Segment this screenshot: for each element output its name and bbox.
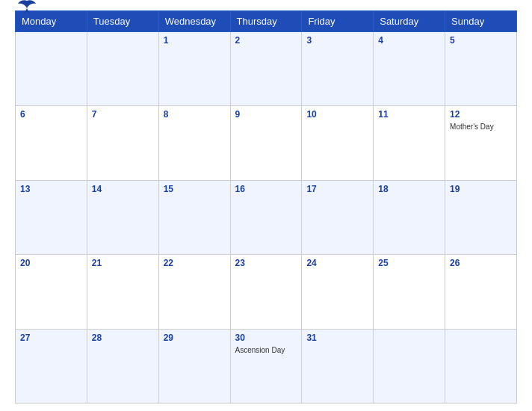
calendar-table: MondayTuesdayWednesdayThursdayFridaySatu… <box>15 10 517 404</box>
day-number: 13 <box>20 184 82 194</box>
day-number: 15 <box>164 184 226 194</box>
calendar-day <box>16 32 87 106</box>
calendar-day: 26 <box>445 255 517 329</box>
calendar-day: 27 <box>16 329 87 403</box>
week-row: 20212223242526 <box>16 255 517 329</box>
logo <box>15 0 37 16</box>
day-number: 7 <box>92 109 154 120</box>
day-number: 25 <box>378 258 440 268</box>
calendar-day: 9 <box>230 106 302 180</box>
day-number: 21 <box>92 258 154 268</box>
calendar-day: 21 <box>87 255 158 329</box>
day-event: Mother's Day <box>450 123 494 131</box>
day-number: 23 <box>235 258 297 268</box>
day-number: 18 <box>378 184 440 194</box>
weekday-header-sunday: Sunday <box>445 11 517 32</box>
day-number: 5 <box>450 35 512 46</box>
calendar-day: 15 <box>158 180 230 254</box>
day-number: 24 <box>306 258 368 268</box>
day-number: 6 <box>20 109 82 120</box>
calendar-day: 4 <box>374 32 445 106</box>
weekday-header-row: MondayTuesdayWednesdayThursdayFridaySatu… <box>16 11 517 32</box>
calendar-day: 22 <box>158 255 230 329</box>
calendar-day: 28 <box>87 329 158 403</box>
calendar-day: 3 <box>302 32 374 106</box>
calendar-day <box>374 329 445 403</box>
day-number: 12 <box>450 109 512 120</box>
day-number: 8 <box>164 109 226 120</box>
day-number: 22 <box>164 258 226 268</box>
week-row: 13141516171819 <box>16 180 517 254</box>
weekday-header-thursday: Thursday <box>230 11 302 32</box>
calendar-day: 11 <box>374 106 445 180</box>
calendar-day: 14 <box>87 180 158 254</box>
day-number: 2 <box>235 35 297 46</box>
day-event: Ascension Day <box>235 346 285 354</box>
calendar-day <box>445 329 517 403</box>
calendar-day: 7 <box>87 106 158 180</box>
calendar-day: 24 <box>302 255 374 329</box>
calendar-day: 6 <box>16 106 87 180</box>
calendar-day: 23 <box>230 255 302 329</box>
day-number: 26 <box>450 258 512 268</box>
day-number: 16 <box>235 184 297 194</box>
week-row: 27282930Ascension Day31 <box>16 329 517 403</box>
calendar-day: 2 <box>230 32 302 106</box>
calendar-day: 25 <box>374 255 445 329</box>
calendar-day: 19 <box>445 180 517 254</box>
calendar-day <box>87 32 158 106</box>
logo-bird-icon <box>16 0 37 16</box>
calendar-day: 16 <box>230 180 302 254</box>
calendar-day: 17 <box>302 180 374 254</box>
day-number: 3 <box>306 35 368 46</box>
day-number: 27 <box>20 333 82 343</box>
calendar-day: 30Ascension Day <box>230 329 302 403</box>
calendar-day: 5 <box>445 32 517 106</box>
calendar-day: 1 <box>158 32 230 106</box>
weekday-header-tuesday: Tuesday <box>87 11 158 32</box>
day-number: 14 <box>92 184 154 194</box>
calendar-day: 18 <box>374 180 445 254</box>
calendar-day: 31 <box>302 329 374 403</box>
weekday-header-friday: Friday <box>302 11 374 32</box>
week-row: 6789101112Mother's Day <box>16 106 517 180</box>
day-number: 11 <box>378 109 440 120</box>
calendar-day: 29 <box>158 329 230 403</box>
day-number: 31 <box>306 333 368 343</box>
day-number: 20 <box>20 258 82 268</box>
day-number: 28 <box>92 333 154 343</box>
weekday-header-saturday: Saturday <box>374 11 445 32</box>
day-number: 17 <box>306 184 368 194</box>
calendar-day: 10 <box>302 106 374 180</box>
day-number: 29 <box>164 333 226 343</box>
calendar-day: 8 <box>158 106 230 180</box>
day-number: 10 <box>306 109 368 120</box>
calendar-day: 12Mother's Day <box>445 106 517 180</box>
calendar-day: 13 <box>16 180 87 254</box>
day-number: 1 <box>164 35 226 46</box>
week-row: 12345 <box>16 32 517 106</box>
day-number: 9 <box>235 109 297 120</box>
weekday-header-wednesday: Wednesday <box>158 11 230 32</box>
day-number: 19 <box>450 184 512 194</box>
day-number: 4 <box>378 35 440 46</box>
calendar-day: 20 <box>16 255 87 329</box>
day-number: 30 <box>235 333 297 343</box>
